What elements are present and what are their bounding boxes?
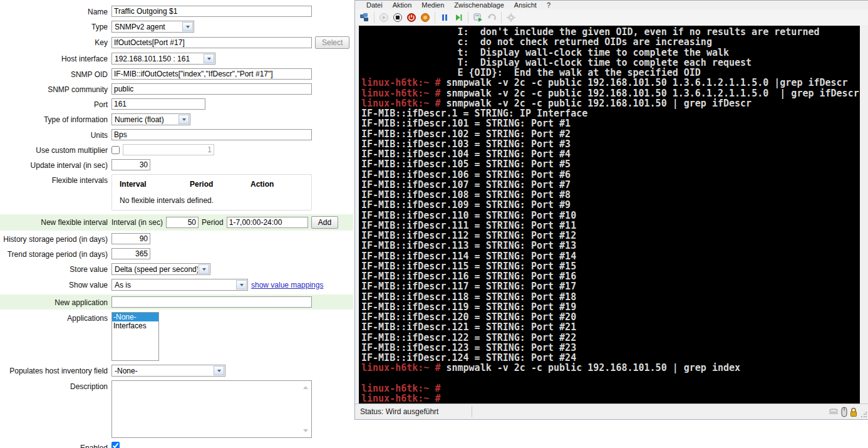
resize-grip[interactable] [860,411,867,417]
flex-interval-inline-label: Interval (in sec) [111,218,163,227]
field-show-value: Show value As is show value mappings [0,279,353,291]
terminal-output[interactable]: I: don't include the given OID, even if … [359,26,860,404]
enabled-label: Enabled [0,442,111,448]
terminal-line: IF-MIB::ifDescr.101 = STRING: Port #1 [361,118,860,128]
terminal-line: IF-MIB::ifDescr.112 = STRING: Port #12 [361,231,860,241]
port-input[interactable] [111,98,205,110]
chevron-down-icon [182,22,193,31]
description-textarea[interactable] [111,380,312,438]
trend-input[interactable] [111,248,150,259]
applications-label: Applications [0,312,111,323]
store-value-label: Store value [0,263,111,274]
flex-interval-input[interactable] [166,217,199,228]
field-update-interval: Update interval (in sec) [0,159,353,170]
toolbar-separator [468,12,468,23]
menu-ansicht[interactable]: Ansicht [509,1,542,9]
menu-zwischenablage[interactable]: Zwischenablage [449,1,509,9]
terminal-line: IF-MIB::ifDescr.122 = STRING: Port #22 [361,333,860,343]
menu-medien[interactable]: Medien [416,1,449,9]
field-type-of-information: Type of information Numeric (float) [0,113,353,125]
use-custom-multiplier-label: Use custom multiplier [0,144,111,155]
snmp-oid-input[interactable] [111,68,312,80]
terminal-line: IF-MIB::ifDescr.105 = STRING: Port #5 [361,159,860,169]
use-custom-multiplier-checkbox[interactable] [111,146,120,154]
menu-datei[interactable]: Datei [361,1,388,9]
applications-listbox[interactable]: -None- Interfaces [111,312,159,361]
terminal-line: I: don't include the given OID, even if … [361,27,860,37]
new-application-input[interactable] [111,296,312,308]
host-interface-select[interactable]: 192.168.101.150 : 161 [111,53,215,65]
type-of-information-select[interactable]: Numeric (float) [111,113,190,125]
mouse-icon [840,407,848,417]
terminal-line: IF-MIB::ifDescr.123 = STRING: Port #23 [361,343,860,353]
field-description: Description [0,380,353,438]
gear-icon [504,11,518,24]
chevron-down-icon [178,115,189,124]
terminal-line: IF-MIB::ifDescr.103 = STRING: Port #3 [361,139,860,149]
name-input[interactable] [111,6,312,17]
terminal-line: IF-MIB::ifDescr.102 = STRING: Port #2 [361,129,860,139]
terminal-line: IF-MIB::ifDescr.113 = STRING: Port #13 [361,241,860,251]
terminal-line: linux-h6tk:~ # snmpwalk -v 2c -c public … [361,78,860,88]
units-input[interactable] [111,129,312,140]
checkpoint-icon[interactable] [471,11,485,24]
scroll-up-icon [303,386,308,389]
chevron-down-icon [204,54,214,63]
show-value-mappings-link[interactable]: show value mappings [251,281,323,289]
field-snmp-oid: SNMP OID [0,68,353,80]
item-config-form: Name Type SNMPv2 agent Key Select Host i… [0,0,353,448]
terminal-line: IF-MIB::ifDescr.119 = STRING: Port #19 [361,302,860,312]
ctrl-alt-del-icon[interactable] [358,11,371,24]
chevron-down-icon [199,264,209,274]
menu-hilfe[interactable]: ? [542,1,555,9]
terminal-line: IF-MIB::ifDescr.111 = STRING: Port #11 [361,221,860,231]
show-value-select[interactable]: As is [111,279,248,291]
populates-select[interactable]: -None- [111,365,225,377]
snmp-community-input[interactable] [111,83,312,95]
save-state-icon[interactable] [418,11,432,24]
enabled-checkbox[interactable] [111,442,120,448]
history-input[interactable] [111,233,150,244]
key-input[interactable] [111,37,312,48]
terminal-line: IF-MIB::ifDescr.115 = STRING: Port #15 [361,261,860,271]
terminal-line: linux-h6tk:~ # snmpwalk -v 2c -c public … [361,98,860,108]
field-key: Key Select [0,36,353,49]
terminal-line: linux-h6tk:~ # [361,383,860,393]
scroll-down-icon [303,429,308,432]
field-applications: Applications -None- Interfaces [0,312,353,361]
terminal-line: E {OID}: End the walk at the specified O… [361,68,860,78]
applications-option-none[interactable]: -None- [112,313,158,321]
resume-icon[interactable] [452,11,465,24]
select-button[interactable]: Select [315,36,349,49]
port-label: Port [0,98,111,109]
turn-off-icon[interactable] [391,11,405,24]
chevron-down-icon [236,280,247,289]
start-icon [377,11,391,24]
field-new-application: New application [0,294,353,310]
update-interval-input[interactable] [111,159,150,170]
show-value-value: As is [115,281,235,289]
flex-col-interval: Interval [120,180,190,189]
menu-aktion[interactable]: Aktion [388,1,417,9]
new-flexible-interval-label: New flexible interval [0,216,111,227]
field-new-flexible-interval: New flexible interval Interval (in sec) … [0,214,353,231]
terminal-line: IF-MIB::ifDescr.110 = STRING: Port #10 [361,211,860,221]
terminal-line: IF-MIB::ifDescr.1 = STRING: IP Interface [361,108,860,118]
status-divider [472,406,472,417]
description-label: Description [0,380,111,391]
terminal-line: IF-MIB::ifDescr.120 = STRING: Port #20 [361,312,860,322]
add-button[interactable]: Add [311,216,338,229]
snmp-oid-label: SNMP OID [0,68,111,79]
applications-option-interfaces[interactable]: Interfaces [112,321,158,330]
type-select[interactable]: SNMPv2 agent [111,21,194,33]
revert-icon [485,11,499,24]
type-of-information-label: Type of information [0,113,111,124]
snmp-community-label: SNMP community [0,83,111,94]
shut-down-icon[interactable] [405,11,418,24]
flex-period-input[interactable] [227,217,308,228]
vm-toolbar [355,9,868,25]
trend-label: Trend storage period (in days) [0,248,111,259]
vm-status-text: Status: Wird ausgeführt [360,407,472,416]
pause-icon[interactable] [438,11,452,24]
store-value-select[interactable]: Delta (speed per second) [111,263,210,275]
